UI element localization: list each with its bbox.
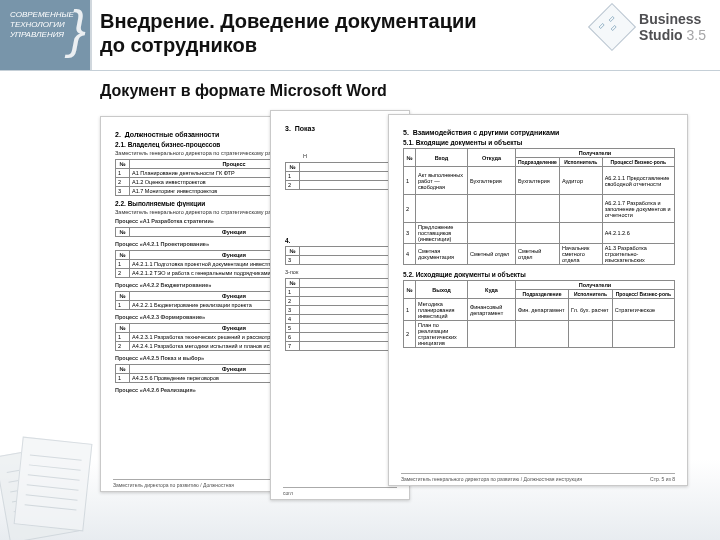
paper-stack-icon (0, 436, 102, 540)
brand-bracket-icon: } (69, 6, 86, 53)
page-footer: Заместитель генерального директора по ра… (401, 473, 675, 482)
brand-right-logo: ▯ ▯ ▯ Business Studio 3.5 (595, 10, 706, 44)
header-rule (0, 70, 720, 71)
slide-subtitle: Документ в формате Microsoft Word (100, 82, 387, 100)
logo-diamond-icon: ▯ ▯ ▯ (588, 3, 636, 51)
table-5-2: № Выход Куда Получатели Подразделение Ис… (403, 280, 675, 348)
title-line-1: Внедрение. Доведение документации (100, 10, 477, 32)
slide-title: Внедрение. Доведение документации до сот… (100, 10, 560, 57)
table-5-1: № Вход Откуда Получатели Подразделение И… (403, 148, 675, 265)
document-stack: 2. Должностные обязанности 2.1. Владелец… (100, 110, 690, 510)
brand-right-text: Business Studio 3.5 (639, 11, 706, 43)
brand-left-badge: СОВРЕМЕННЫЕ ТЕХНОЛОГИИ УПРАВЛЕНИЯ } (0, 0, 92, 70)
word-page-5: 5. Взаимодействия с другими сотрудниками… (388, 114, 688, 486)
title-line-2: до сотрудников (100, 34, 257, 56)
